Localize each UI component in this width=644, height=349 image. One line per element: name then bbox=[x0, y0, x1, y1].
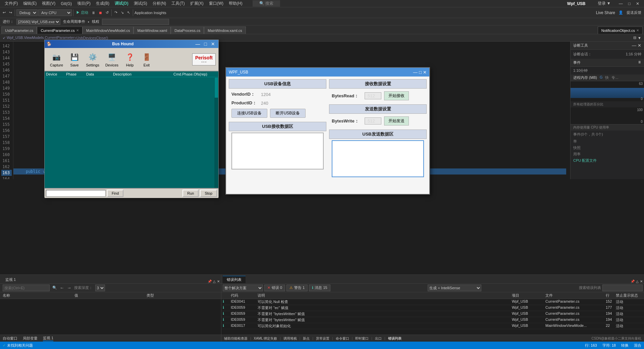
error-close-btn[interactable]: ✕ bbox=[640, 280, 643, 283]
footer-link-7[interactable]: 即时窗口 bbox=[355, 336, 369, 341]
search-bar[interactable]: 🔍 搜索 bbox=[253, 0, 280, 7]
table-row[interactable]: ℹ IDE0017 可以简化对象初始化 Wpf_USB MainWindowVi… bbox=[221, 323, 644, 329]
cpu-config-link[interactable]: CPU 配置文件 bbox=[571, 157, 644, 164]
process-dropdown[interactable]: [25680] Wpf_USB.exe bbox=[16, 19, 60, 25]
send-data-box[interactable] bbox=[332, 140, 424, 177]
tab-mainwindowviewmodel[interactable]: MainWindowViewModel.cs bbox=[83, 27, 134, 34]
tab-mainwindow-cs[interactable]: MainWindow.xaml.cs bbox=[204, 27, 246, 34]
warn-count-btn[interactable]: ⚠ 警告 1 bbox=[286, 285, 308, 291]
menu-view[interactable]: 视图(V) bbox=[40, 0, 57, 7]
menu-git[interactable]: Git(G) bbox=[59, 1, 74, 7]
tab-mainwindow-xaml[interactable]: MainWindow.xaml bbox=[133, 27, 171, 34]
close-icon[interactable]: ✕ bbox=[636, 29, 639, 32]
tab-notification[interactable]: NotificationObject.cs ✕ bbox=[598, 27, 643, 34]
start-btn[interactable]: ▶ 启动 bbox=[75, 9, 90, 16]
watch-depth-select[interactable]: 3 bbox=[95, 285, 105, 291]
pause-icon[interactable]: ⏸ bbox=[638, 60, 641, 65]
login-btn[interactable]: 登录 ▼ bbox=[596, 0, 613, 7]
auto-window-tab[interactable]: 自动窗口 bbox=[3, 336, 17, 341]
bus-scroll-thumb[interactable] bbox=[215, 78, 218, 98]
table-row[interactable]: ℹ IDE0041 可以简化 Null 检查 Wpf_USB CurrentPa… bbox=[221, 299, 644, 305]
disconnect-usb-btn[interactable]: 断开USB设备 bbox=[270, 109, 306, 118]
menu-edit[interactable]: 编辑(E) bbox=[21, 0, 39, 7]
table-row[interactable]: ℹ IDE0059 不需要对 "bytesWritten" 赋值 Wpf_USB… bbox=[221, 317, 644, 323]
collapse-btn[interactable]: ▼ bbox=[638, 36, 641, 40]
table-row[interactable]: ℹ IDE0059 不需要对 "ec" 赋值 Wpf_USB CurrentPa… bbox=[221, 305, 644, 311]
bus-stop-btn[interactable]: Stop bbox=[200, 190, 217, 197]
menu-extend[interactable]: 扩展(X) bbox=[188, 0, 206, 7]
connect-usb-btn[interactable]: 连接USB设备 bbox=[231, 109, 267, 118]
footer-link-9[interactable]: 错误列表 bbox=[388, 336, 401, 341]
bus-scrollbar[interactable] bbox=[214, 77, 218, 188]
menu-tools[interactable]: 工具(T) bbox=[169, 0, 186, 7]
minimize-win-btn[interactable]: — bbox=[194, 41, 202, 47]
tab-currentparameter[interactable]: CurrentParameter.cs ✕ bbox=[37, 27, 82, 34]
msg-count-btn[interactable]: ℹ 消息 15 bbox=[309, 285, 330, 291]
error-pin-btn[interactable]: 📌 bbox=[631, 280, 635, 283]
watch-search-input[interactable] bbox=[3, 285, 50, 291]
error-expand-btn[interactable]: △ bbox=[636, 280, 639, 283]
menu-analyze[interactable]: 分析(N) bbox=[151, 0, 168, 7]
diagnostics-minimize[interactable]: — bbox=[632, 43, 636, 48]
step-out[interactable]: ↖ bbox=[126, 10, 131, 15]
tab-dataprocess[interactable]: DataProcess.cs bbox=[171, 27, 204, 34]
bottom-tab-watch[interactable]: 监视 1 bbox=[1, 276, 20, 283]
footer-link-1[interactable]: 辅助功能检查器 bbox=[224, 336, 248, 341]
capture-tool[interactable]: 📷 Capture bbox=[47, 50, 66, 68]
exit-tool[interactable]: 🚪 Exit bbox=[139, 50, 155, 68]
footer-link-8[interactable]: 出口 bbox=[375, 336, 382, 341]
menu-build[interactable]: 生成(B) bbox=[94, 0, 111, 7]
stop-debug-btn[interactable]: ⏹ bbox=[97, 10, 104, 15]
split-editor-btn[interactable]: ⊟ bbox=[633, 36, 636, 40]
start-receive-btn[interactable]: 开始接收 bbox=[384, 91, 409, 100]
footer-link-2[interactable]: XAML 绑定失败 bbox=[254, 336, 277, 341]
diagnostics-close[interactable]: ✕ bbox=[638, 43, 641, 48]
footer-link-6[interactable]: 命令窗口 bbox=[336, 336, 349, 341]
build-intellisense-dropdown[interactable]: 生成 + IntelliSense bbox=[428, 285, 481, 291]
start-send-btn[interactable]: 开始发送 bbox=[384, 116, 409, 126]
step-over[interactable]: ↷ bbox=[113, 10, 119, 15]
watch1-tab[interactable]: 监视 1 bbox=[43, 336, 53, 341]
minimize-btn[interactable]: — bbox=[617, 1, 625, 7]
thread-search-input[interactable] bbox=[102, 19, 169, 25]
menu-test[interactable]: 测试(S) bbox=[132, 0, 149, 7]
error-count-btn[interactable]: ✕ 错误 0 bbox=[264, 285, 285, 291]
receive-data-box[interactable] bbox=[231, 133, 324, 169]
restore-btn[interactable]: □ bbox=[626, 1, 633, 7]
tab-usbparameter[interactable]: UsbParameter.cs bbox=[1, 27, 37, 34]
watch-close-btn[interactable]: ✕ bbox=[217, 280, 220, 283]
toolbar-redo[interactable]: ↪ bbox=[8, 10, 13, 15]
menu-file[interactable]: 文件(F) bbox=[3, 0, 20, 7]
feedback-btn[interactable]: 提送反馈 bbox=[625, 9, 643, 16]
maximize-win-btn[interactable]: □ bbox=[203, 41, 208, 47]
settings-tool[interactable]: ⚙️ Settings bbox=[83, 50, 102, 68]
profile-btn[interactable]: 👤 bbox=[617, 10, 625, 15]
menu-help[interactable]: 帮助(H) bbox=[227, 0, 245, 7]
cpu-dropdown[interactable]: Any CPU bbox=[38, 9, 72, 16]
error-search-input[interactable] bbox=[602, 285, 643, 291]
bus-find-btn[interactable]: Find bbox=[107, 190, 123, 197]
pause-btn[interactable]: ⏸ bbox=[90, 10, 97, 15]
wpf-minimize[interactable]: — bbox=[413, 70, 418, 75]
devices-tool[interactable]: 🖥️ Devices bbox=[103, 50, 121, 68]
debug-config-dropdown[interactable]: Debug bbox=[16, 9, 38, 16]
bus-find-input[interactable] bbox=[46, 190, 106, 197]
watch-back-btn[interactable]: ← bbox=[60, 285, 64, 290]
save-tool[interactable]: 💾 Save bbox=[66, 50, 83, 68]
solution-dropdown[interactable]: 整个解决方案 bbox=[223, 285, 263, 291]
menu-window[interactable]: 窗口(W) bbox=[207, 0, 225, 7]
restart-btn[interactable]: ↺ bbox=[104, 10, 110, 15]
step-into[interactable]: ↘ bbox=[119, 10, 125, 15]
search-icon[interactable]: 🔍 bbox=[52, 286, 57, 290]
error-list-tab[interactable]: 错误列表 bbox=[223, 276, 246, 283]
bus-data-area[interactable] bbox=[45, 77, 218, 188]
local-var-tab[interactable]: 局部变量 bbox=[23, 336, 38, 341]
menu-project[interactable]: 项目(P) bbox=[75, 0, 93, 7]
help-tool[interactable]: ❓ Help bbox=[122, 50, 138, 68]
table-row[interactable]: ℹ IDE0059 不需要对 "bytesWritten" 赋值 Wpf_USB… bbox=[221, 311, 644, 317]
watch-expand-btn[interactable]: △ bbox=[213, 280, 216, 283]
footer-link-4[interactable]: 新点 bbox=[303, 336, 310, 341]
watch-pin-btn[interactable]: 📌 bbox=[208, 280, 212, 283]
wpf-maximize[interactable]: □ bbox=[419, 70, 422, 75]
wpf-close[interactable]: ✕ bbox=[423, 70, 427, 75]
